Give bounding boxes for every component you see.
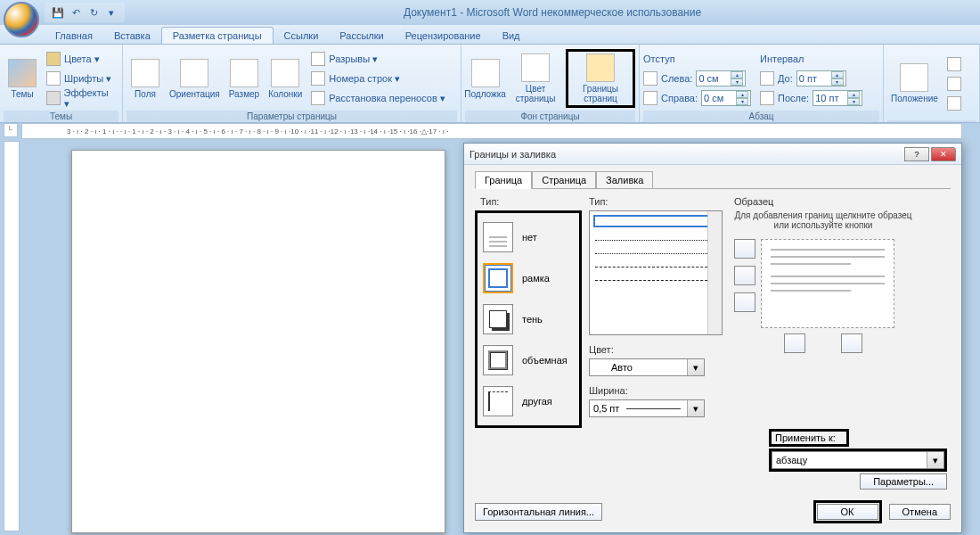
style-scrollbar[interactable] (707, 211, 722, 334)
theme-effects-button[interactable]: Эффекты ▾ (43, 89, 118, 108)
colors-icon (46, 52, 61, 66)
type-label: Тип: (480, 196, 582, 207)
border-style-list[interactable] (589, 210, 723, 335)
border-preview[interactable] (761, 239, 894, 328)
border-type-shadow[interactable]: тень (481, 299, 576, 340)
tab-insert[interactable]: Вставка (103, 28, 161, 44)
orientation-button[interactable]: Ориентация (166, 49, 224, 108)
indent-right-icon (643, 91, 657, 105)
border-top-toggle[interactable] (734, 239, 755, 259)
box-icon (483, 263, 513, 293)
shadow-icon (483, 304, 513, 334)
border-type-3d[interactable]: объемная (481, 340, 576, 381)
position-button[interactable]: Положение (887, 54, 942, 113)
document-page[interactable] (71, 150, 445, 533)
redo-icon[interactable]: ↻ (86, 4, 102, 21)
arrange-btn-1[interactable] (943, 54, 965, 73)
tab-page-layout[interactable]: Разметка страницы (161, 27, 274, 44)
spacing-after-input[interactable]: 10 пт▴▾ (813, 90, 862, 106)
horizontal-line-button[interactable]: Горизонтальная линия... (475, 503, 602, 521)
color-label: Цвет: (589, 344, 727, 355)
effects-icon (46, 91, 61, 105)
linenum-icon (311, 71, 325, 86)
options-button[interactable]: Параметры... (860, 473, 947, 490)
save-icon[interactable]: 💾 (50, 4, 66, 21)
columns-button[interactable]: Колонки (265, 49, 306, 108)
fonts-icon (46, 71, 61, 86)
apply-to-label: Применить к: (769, 429, 849, 447)
indent-group-label: Отступ (643, 54, 751, 64)
hyphenation-button[interactable]: Расстановка переносов ▾ (307, 89, 449, 108)
sample-label: Образец (734, 196, 912, 207)
spacing-before-icon (760, 71, 774, 86)
dialog-help-icon[interactable]: ? (904, 147, 929, 161)
page-color-button[interactable]: Цвет страницы (507, 49, 564, 108)
watermark-button[interactable]: Подложка (465, 49, 505, 108)
width-label: Ширина: (589, 385, 727, 396)
window-title: Документ1 - Microsoft Word некоммерческо… (125, 6, 980, 19)
spacing-group-label: Интервал (760, 54, 862, 64)
breaks-icon (311, 52, 325, 66)
group-page-bg: Фон страницы (465, 111, 635, 122)
tab-view[interactable]: Вид (492, 28, 531, 44)
indent-right-input[interactable]: 0 см▴▾ (701, 90, 751, 106)
spacing-after-icon (760, 91, 774, 105)
indent-left-input[interactable]: 0 см▴▾ (696, 70, 746, 86)
tab-references[interactable]: Ссылки (274, 28, 330, 44)
border-type-none[interactable]: нет (481, 217, 576, 258)
group-paragraph: Абзац (643, 111, 879, 122)
threeD-icon (483, 345, 513, 375)
style-label: Тип: (589, 196, 727, 207)
border-right-toggle[interactable] (841, 333, 862, 353)
arrange-btn-3[interactable] (943, 94, 965, 112)
hyphen-icon (311, 91, 325, 105)
indent-left-icon (643, 71, 657, 86)
office-button[interactable] (4, 2, 39, 37)
apply-to-combo[interactable]: абзацу (772, 451, 944, 469)
horizontal-ruler[interactable]: 3 · ı · 2 · ı · 1 · ı · · ı · 1 · ı · 2 … (21, 123, 962, 139)
sample-hint: Для добавления границ щелкните образец и… (734, 210, 912, 230)
themes-label: Темы (11, 89, 33, 99)
undo-icon[interactable]: ↶ (68, 4, 84, 21)
dialog-close-icon[interactable]: ✕ (931, 147, 956, 161)
border-bottom-toggle[interactable] (734, 292, 755, 312)
group-themes: Темы (4, 111, 118, 122)
themes-button[interactable]: Темы (4, 49, 41, 108)
border-type-box[interactable]: рамка (481, 258, 576, 299)
border-left-toggle[interactable] (784, 333, 805, 353)
page-borders-button[interactable]: Границы страниц (566, 49, 635, 108)
qat-menu-icon[interactable]: ▾ (103, 4, 119, 21)
border-middle-toggle[interactable] (734, 266, 755, 285)
cancel-button[interactable]: Отмена (889, 504, 951, 520)
tab-review[interactable]: Рецензирование (395, 28, 492, 44)
group-page-setup: Параметры страницы (127, 111, 457, 122)
border-type-custom[interactable]: другая (481, 381, 576, 422)
spacing-before-input[interactable]: 0 пт▴▾ (796, 70, 846, 86)
ok-button[interactable]: ОК (817, 504, 878, 520)
border-width-combo[interactable]: 0,5 пт (589, 399, 705, 417)
quick-access-toolbar: 💾 ↶ ↻ ▾ (45, 3, 125, 22)
line-numbers-button[interactable]: Номера строк ▾ (307, 70, 449, 88)
margins-button[interactable]: Поля (127, 49, 164, 108)
borders-shading-dialog: Границы и заливка ? ✕ Граница Страница З… (463, 143, 962, 533)
tab-mailings[interactable]: Рассылки (329, 28, 394, 44)
arrange-btn-2[interactable] (943, 74, 965, 93)
dialog-tab-fill[interactable]: Заливка (596, 171, 653, 189)
theme-fonts-button[interactable]: Шрифты ▾ (43, 70, 118, 88)
dialog-tab-page[interactable]: Страница (532, 171, 596, 189)
theme-colors-button[interactable]: Цвета ▾ (43, 50, 118, 69)
custom-icon (483, 386, 513, 416)
border-color-combo[interactable]: Авто (589, 358, 705, 376)
breaks-button[interactable]: Разрывы ▾ (307, 50, 449, 69)
tab-home[interactable]: Главная (45, 28, 103, 44)
dialog-title: Границы и заливка (470, 149, 902, 160)
size-button[interactable]: Размер (225, 49, 263, 108)
vertical-ruler[interactable] (4, 141, 20, 531)
none-icon (483, 222, 513, 252)
ruler-corner: L (4, 123, 18, 137)
dialog-tab-border[interactable]: Граница (475, 171, 532, 189)
